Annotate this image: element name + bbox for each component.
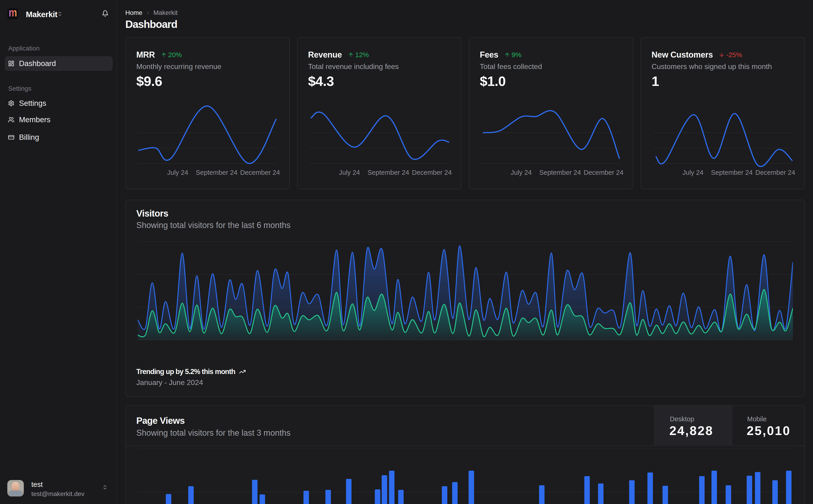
svg-text:December 24: December 24 [583,169,624,176]
svg-text:July 24: July 24 [683,169,704,176]
svg-text:July 24: July 24 [167,169,188,176]
svg-text:September 24: September 24 [368,169,409,176]
svg-text:September 24: September 24 [711,169,753,176]
svg-text:July 24: July 24 [511,169,532,176]
svg-text:December 24: December 24 [755,169,795,176]
svg-text:December 24: December 24 [412,169,452,176]
svg-text:September 24: September 24 [539,169,581,176]
svg-text:December 24: December 24 [240,169,280,176]
svg-text:July 24: July 24 [339,169,360,176]
svg-text:September 24: September 24 [196,169,238,176]
